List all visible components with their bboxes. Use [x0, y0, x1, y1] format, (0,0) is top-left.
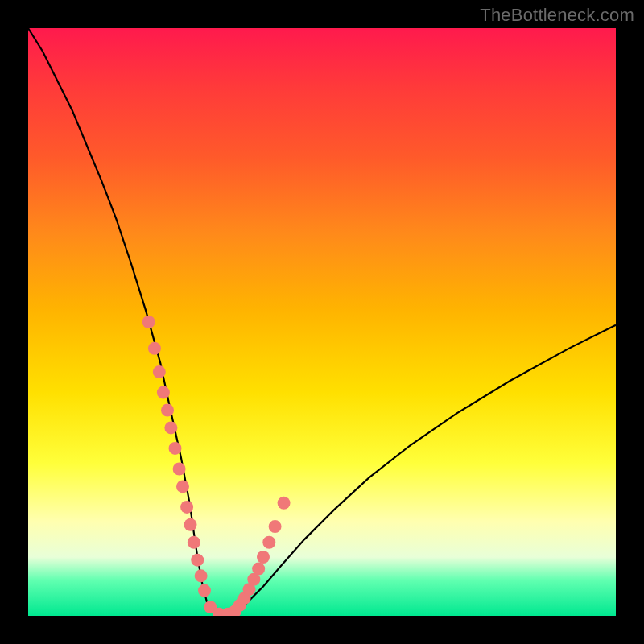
chart-frame: TheBottleneck.com: [0, 0, 644, 644]
highlight-dot: [252, 563, 265, 576]
highlight-dot: [184, 518, 196, 531]
highlight-dot: [257, 551, 270, 564]
highlight-dot: [195, 569, 208, 582]
highlight-dot: [198, 584, 211, 597]
bottleneck-curve: [28, 28, 616, 616]
highlight-dot: [269, 520, 282, 533]
watermark-text: TheBottleneck.com: [480, 5, 634, 26]
highlight-dot: [176, 480, 189, 493]
chart-svg: [28, 28, 616, 616]
highlight-dot: [191, 554, 204, 567]
highlight-dot: [164, 421, 177, 434]
highlight-dot: [153, 365, 166, 378]
highlight-dot: [173, 463, 186, 476]
highlight-dot: [148, 342, 161, 355]
highlight-dot: [157, 386, 170, 399]
highlight-dot: [262, 536, 275, 549]
highlight-dot: [188, 536, 200, 549]
highlight-dots: [142, 316, 291, 616]
highlight-dot: [161, 404, 174, 417]
highlight-dot: [180, 501, 193, 514]
highlight-dot: [169, 442, 182, 455]
highlight-dot: [278, 497, 291, 510]
highlight-dot: [142, 316, 155, 328]
plot-area: [28, 28, 616, 616]
